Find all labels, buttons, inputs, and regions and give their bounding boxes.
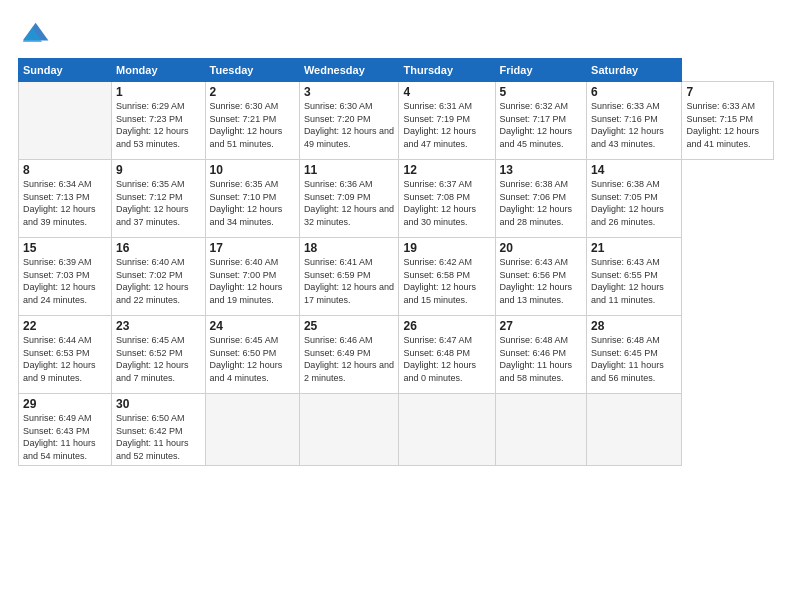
- calendar-table: SundayMondayTuesdayWednesdayThursdayFrid…: [18, 58, 774, 466]
- page-header: [18, 18, 774, 50]
- day-number: 6: [591, 85, 677, 99]
- day-number: 3: [304, 85, 395, 99]
- weekday-header: Thursday: [399, 59, 495, 82]
- day-info: Sunrise: 6:46 AM Sunset: 6:49 PM Dayligh…: [304, 334, 395, 384]
- day-number: 18: [304, 241, 395, 255]
- weekday-header: Sunday: [19, 59, 112, 82]
- day-info: Sunrise: 6:44 AM Sunset: 6:53 PM Dayligh…: [23, 334, 107, 384]
- calendar-cell: 9 Sunrise: 6:35 AM Sunset: 7:12 PM Dayli…: [112, 160, 206, 238]
- day-number: 10: [210, 163, 295, 177]
- day-number: 25: [304, 319, 395, 333]
- day-number: 20: [500, 241, 583, 255]
- day-info: Sunrise: 6:43 AM Sunset: 6:55 PM Dayligh…: [591, 256, 677, 306]
- day-info: Sunrise: 6:37 AM Sunset: 7:08 PM Dayligh…: [403, 178, 490, 228]
- day-number: 26: [403, 319, 490, 333]
- calendar-cell: 3 Sunrise: 6:30 AM Sunset: 7:20 PM Dayli…: [299, 82, 399, 160]
- day-number: 29: [23, 397, 107, 411]
- day-number: 21: [591, 241, 677, 255]
- day-info: Sunrise: 6:33 AM Sunset: 7:16 PM Dayligh…: [591, 100, 677, 150]
- day-number: 24: [210, 319, 295, 333]
- day-info: Sunrise: 6:41 AM Sunset: 6:59 PM Dayligh…: [304, 256, 395, 306]
- day-number: 16: [116, 241, 201, 255]
- day-number: 17: [210, 241, 295, 255]
- calendar-cell: [495, 394, 587, 466]
- logo: [18, 18, 54, 50]
- day-info: Sunrise: 6:48 AM Sunset: 6:46 PM Dayligh…: [500, 334, 583, 384]
- day-info: Sunrise: 6:38 AM Sunset: 7:05 PM Dayligh…: [591, 178, 677, 228]
- calendar-cell: 15 Sunrise: 6:39 AM Sunset: 7:03 PM Dayl…: [19, 238, 112, 316]
- calendar-cell: 7 Sunrise: 6:33 AM Sunset: 7:15 PM Dayli…: [682, 82, 774, 160]
- day-number: 1: [116, 85, 201, 99]
- calendar-cell: 18 Sunrise: 6:41 AM Sunset: 6:59 PM Dayl…: [299, 238, 399, 316]
- weekday-header: Wednesday: [299, 59, 399, 82]
- calendar-cell: 25 Sunrise: 6:46 AM Sunset: 6:49 PM Dayl…: [299, 316, 399, 394]
- calendar-cell: 13 Sunrise: 6:38 AM Sunset: 7:06 PM Dayl…: [495, 160, 587, 238]
- day-number: 19: [403, 241, 490, 255]
- day-info: Sunrise: 6:35 AM Sunset: 7:12 PM Dayligh…: [116, 178, 201, 228]
- day-info: Sunrise: 6:40 AM Sunset: 7:00 PM Dayligh…: [210, 256, 295, 306]
- day-info: Sunrise: 6:49 AM Sunset: 6:43 PM Dayligh…: [23, 412, 107, 462]
- day-number: 11: [304, 163, 395, 177]
- calendar-cell: 14 Sunrise: 6:38 AM Sunset: 7:05 PM Dayl…: [587, 160, 682, 238]
- day-info: Sunrise: 6:29 AM Sunset: 7:23 PM Dayligh…: [116, 100, 201, 150]
- day-number: 2: [210, 85, 295, 99]
- calendar-cell: [399, 394, 495, 466]
- calendar-cell: 21 Sunrise: 6:43 AM Sunset: 6:55 PM Dayl…: [587, 238, 682, 316]
- calendar-cell: 20 Sunrise: 6:43 AM Sunset: 6:56 PM Dayl…: [495, 238, 587, 316]
- calendar-cell: 2 Sunrise: 6:30 AM Sunset: 7:21 PM Dayli…: [205, 82, 299, 160]
- calendar-cell: 4 Sunrise: 6:31 AM Sunset: 7:19 PM Dayli…: [399, 82, 495, 160]
- day-info: Sunrise: 6:50 AM Sunset: 6:42 PM Dayligh…: [116, 412, 201, 462]
- day-info: Sunrise: 6:33 AM Sunset: 7:15 PM Dayligh…: [686, 100, 769, 150]
- calendar-cell: 16 Sunrise: 6:40 AM Sunset: 7:02 PM Dayl…: [112, 238, 206, 316]
- calendar-cell: 23 Sunrise: 6:45 AM Sunset: 6:52 PM Dayl…: [112, 316, 206, 394]
- calendar-cell: 29 Sunrise: 6:49 AM Sunset: 6:43 PM Dayl…: [19, 394, 112, 466]
- day-info: Sunrise: 6:42 AM Sunset: 6:58 PM Dayligh…: [403, 256, 490, 306]
- day-info: Sunrise: 6:30 AM Sunset: 7:21 PM Dayligh…: [210, 100, 295, 150]
- calendar-cell: 6 Sunrise: 6:33 AM Sunset: 7:16 PM Dayli…: [587, 82, 682, 160]
- calendar-cell: 19 Sunrise: 6:42 AM Sunset: 6:58 PM Dayl…: [399, 238, 495, 316]
- day-number: 22: [23, 319, 107, 333]
- calendar-cell: [19, 82, 112, 160]
- day-number: 14: [591, 163, 677, 177]
- day-info: Sunrise: 6:47 AM Sunset: 6:48 PM Dayligh…: [403, 334, 490, 384]
- day-info: Sunrise: 6:48 AM Sunset: 6:45 PM Dayligh…: [591, 334, 677, 384]
- calendar-cell: [299, 394, 399, 466]
- day-number: 23: [116, 319, 201, 333]
- day-info: Sunrise: 6:38 AM Sunset: 7:06 PM Dayligh…: [500, 178, 583, 228]
- day-number: 12: [403, 163, 490, 177]
- day-number: 28: [591, 319, 677, 333]
- logo-icon: [18, 18, 50, 50]
- calendar-cell: 12 Sunrise: 6:37 AM Sunset: 7:08 PM Dayl…: [399, 160, 495, 238]
- day-number: 8: [23, 163, 107, 177]
- calendar-cell: 10 Sunrise: 6:35 AM Sunset: 7:10 PM Dayl…: [205, 160, 299, 238]
- weekday-header-row: SundayMondayTuesdayWednesdayThursdayFrid…: [19, 59, 774, 82]
- weekday-header: Saturday: [587, 59, 682, 82]
- calendar-cell: 27 Sunrise: 6:48 AM Sunset: 6:46 PM Dayl…: [495, 316, 587, 394]
- day-info: Sunrise: 6:34 AM Sunset: 7:13 PM Dayligh…: [23, 178, 107, 228]
- day-info: Sunrise: 6:43 AM Sunset: 6:56 PM Dayligh…: [500, 256, 583, 306]
- day-info: Sunrise: 6:40 AM Sunset: 7:02 PM Dayligh…: [116, 256, 201, 306]
- day-info: Sunrise: 6:36 AM Sunset: 7:09 PM Dayligh…: [304, 178, 395, 228]
- day-info: Sunrise: 6:30 AM Sunset: 7:20 PM Dayligh…: [304, 100, 395, 150]
- day-info: Sunrise: 6:31 AM Sunset: 7:19 PM Dayligh…: [403, 100, 490, 150]
- day-number: 4: [403, 85, 490, 99]
- day-number: 13: [500, 163, 583, 177]
- day-info: Sunrise: 6:35 AM Sunset: 7:10 PM Dayligh…: [210, 178, 295, 228]
- calendar-cell: 22 Sunrise: 6:44 AM Sunset: 6:53 PM Dayl…: [19, 316, 112, 394]
- day-number: 9: [116, 163, 201, 177]
- day-info: Sunrise: 6:45 AM Sunset: 6:52 PM Dayligh…: [116, 334, 201, 384]
- calendar-cell: [205, 394, 299, 466]
- calendar-cell: 28 Sunrise: 6:48 AM Sunset: 6:45 PM Dayl…: [587, 316, 682, 394]
- day-number: 27: [500, 319, 583, 333]
- day-number: 7: [686, 85, 769, 99]
- calendar-cell: 30 Sunrise: 6:50 AM Sunset: 6:42 PM Dayl…: [112, 394, 206, 466]
- day-info: Sunrise: 6:32 AM Sunset: 7:17 PM Dayligh…: [500, 100, 583, 150]
- weekday-header: Tuesday: [205, 59, 299, 82]
- day-info: Sunrise: 6:39 AM Sunset: 7:03 PM Dayligh…: [23, 256, 107, 306]
- day-number: 5: [500, 85, 583, 99]
- calendar-cell: 8 Sunrise: 6:34 AM Sunset: 7:13 PM Dayli…: [19, 160, 112, 238]
- weekday-header: Monday: [112, 59, 206, 82]
- calendar-cell: [587, 394, 682, 466]
- day-info: Sunrise: 6:45 AM Sunset: 6:50 PM Dayligh…: [210, 334, 295, 384]
- calendar-cell: 24 Sunrise: 6:45 AM Sunset: 6:50 PM Dayl…: [205, 316, 299, 394]
